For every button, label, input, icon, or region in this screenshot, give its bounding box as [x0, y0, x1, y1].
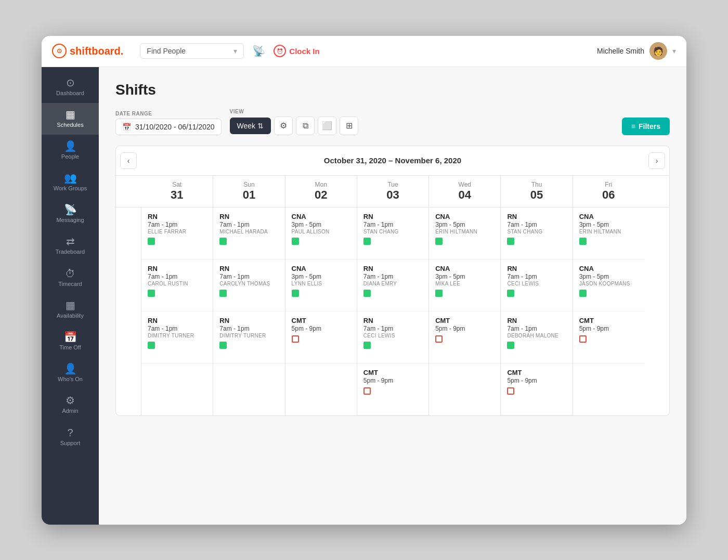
- day-name-fri: Fri: [575, 181, 642, 188]
- sidebar-item-workgroups[interactable]: 👥 Work Groups: [42, 166, 99, 198]
- status-green-icon: [507, 238, 514, 245]
- clock-in-button[interactable]: ⏰ Clock In: [274, 45, 319, 57]
- shift-sun-2[interactable]: RN 7am - 1pm CAROLYN THOMAS: [213, 259, 284, 311]
- find-people-dropdown[interactable]: Find People ▾: [140, 43, 244, 59]
- day-num-thu: 05: [503, 188, 570, 202]
- view-group: VIEW Week ⇅ ⚙ ⧉ ⬜: [230, 109, 359, 135]
- export-icon-button[interactable]: ⊞: [340, 116, 358, 135]
- sidebar-label-tradeboard: Tradeboard: [56, 249, 85, 255]
- content-area: Shifts DATE RANGE 📅 31/10/2020 - 06/11/2…: [99, 67, 686, 525]
- shift-tue-4[interactable]: CMT 5pm - 9pm: [357, 363, 428, 415]
- shift-sun-3[interactable]: RN 7am - 1pm DIMITRY TURNER: [213, 311, 284, 363]
- sidebar-item-timeoff[interactable]: 📅 Time Off: [42, 325, 99, 357]
- people-icon: 👤: [64, 141, 77, 151]
- shift-sat-3[interactable]: RN 7am - 1pm DIMITRY TURNER: [141, 311, 213, 363]
- filters-label: Filters: [639, 122, 660, 131]
- sidebar-item-availability[interactable]: ▦ Availability: [42, 294, 99, 325]
- shift-mon-1[interactable]: CNA 3pm - 5pm PAUL ALLISON: [285, 207, 357, 259]
- shift-tue-3[interactable]: RN 7am - 1pm CECI LEWIS: [357, 311, 428, 363]
- shift-tue-2[interactable]: RN 7am - 1pm DIANA EMRY: [357, 259, 428, 311]
- status-green-icon: [219, 342, 227, 349]
- sidebar-item-messaging[interactable]: 📡 Messaging: [42, 198, 99, 230]
- topbar: ⊙ shiftboard. Find People ▾ 📡 ⏰ Clock In…: [42, 36, 686, 67]
- day-name-mon: Mon: [288, 181, 355, 188]
- shift-fri-3[interactable]: CMT 5pm - 9pm: [573, 311, 644, 363]
- sidebar-label-dashboard: Dashboard: [56, 90, 84, 97]
- settings-icon-button[interactable]: ⚙: [274, 116, 293, 135]
- sidebar-label-people: People: [61, 153, 79, 160]
- logo: ⊙ shiftboard.: [52, 44, 123, 58]
- week-view-button[interactable]: Week ⇅: [230, 118, 271, 134]
- date-range-input[interactable]: 📅 31/10/2020 - 06/11/2020: [115, 119, 222, 135]
- day-name-sat: Sat: [143, 181, 211, 188]
- clock-in-label: Clock In: [289, 47, 319, 56]
- shift-sat-1[interactable]: RN 7am - 1pm ELLIE FARRAR: [141, 207, 213, 259]
- shift-thu-1[interactable]: RN 7am - 1pm STAN CHANG: [501, 207, 572, 259]
- copy-icon-button[interactable]: ⧉: [296, 116, 315, 135]
- tradeboard-icon: ⇄: [66, 236, 75, 246]
- status-green-icon: [579, 290, 587, 297]
- find-people-label: Find People: [147, 47, 186, 55]
- shift-mon-2[interactable]: CNA 3pm - 5pm LYNN ELLIS: [285, 259, 357, 311]
- status-green-icon: [435, 238, 443, 245]
- shift-wed-2[interactable]: CNA 3pm - 5pm MIKA LEE: [429, 259, 500, 311]
- day-name-tue: Tue: [359, 181, 426, 188]
- support-icon: ?: [67, 427, 73, 438]
- status-green-icon: [507, 290, 514, 297]
- next-icon: ›: [656, 157, 658, 165]
- day-name-sun: Sun: [215, 181, 282, 188]
- status-green-icon: [363, 290, 371, 297]
- shift-tue-1[interactable]: RN 7am - 1pm STAN CHANG: [357, 207, 428, 259]
- shift-sun-1[interactable]: RN 7am - 1pm MICHAEL HARADA: [213, 207, 284, 259]
- shift-mon-3[interactable]: CMT 5pm - 9pm: [285, 311, 357, 363]
- col-thu: RN 7am - 1pm STAN CHANG RN 7am - 1pm CEC…: [500, 207, 572, 415]
- shift-thu-3[interactable]: RN 7am - 1pm DEBORAH MALONE: [501, 311, 572, 363]
- sidebar-item-dashboard[interactable]: ⊙ Dashboard: [42, 71, 99, 103]
- col-mon: CNA 3pm - 5pm PAUL ALLISON CNA 3pm - 5pm…: [285, 207, 357, 415]
- next-nav-cell: ›: [644, 146, 669, 175]
- user-menu-chevron[interactable]: ▾: [672, 47, 676, 55]
- status-green-icon: [219, 238, 227, 245]
- shift-wed-3[interactable]: CMT 5pm - 9pm: [429, 311, 500, 363]
- sidebar-item-whoson[interactable]: 👤 Who's On: [42, 357, 99, 389]
- status-green-icon: [435, 290, 443, 297]
- status-red-icon: [507, 387, 514, 395]
- day-header-thu: Thu 05: [500, 176, 572, 207]
- sidebar-label-timecard: Timecard: [58, 281, 82, 288]
- shift-thu-2[interactable]: RN 7am - 1pm CECI LEWIS: [501, 259, 572, 311]
- status-green-icon: [292, 290, 299, 297]
- day-headers-row: Sat 31 Sun 01 Mon 02 Tue: [116, 176, 669, 207]
- sidebar-label-support: Support: [60, 440, 81, 447]
- prev-nav-cell: ‹: [116, 146, 141, 175]
- day-header-fri: Fri 06: [573, 176, 644, 207]
- day-header-wed: Wed 04: [428, 176, 500, 207]
- sidebar-label-availability: Availability: [57, 312, 84, 319]
- clone-icon-button[interactable]: ⬜: [318, 116, 336, 135]
- date-range-group: DATE RANGE 📅 31/10/2020 - 06/11/2020: [115, 111, 222, 135]
- sidebar-item-tradeboard[interactable]: ⇄ Tradeboard: [42, 230, 99, 262]
- timecard-icon: ⏱: [65, 268, 75, 279]
- sidebar-item-timecard[interactable]: ⏱ Timecard: [42, 262, 99, 294]
- day-num-tue: 03: [359, 188, 426, 202]
- prev-week-button[interactable]: ‹: [120, 152, 137, 169]
- sidebar-item-admin[interactable]: ⚙ Admin: [42, 389, 99, 421]
- clone-icon: ⬜: [322, 121, 332, 131]
- sidebar-label-whoson: Who's On: [58, 376, 83, 383]
- shift-thu-4[interactable]: CMT 5pm - 9pm: [501, 363, 572, 415]
- shift-sat-2[interactable]: RN 7am - 1pm CAROL RUSTIN: [141, 259, 213, 311]
- prev-icon: ‹: [127, 157, 130, 165]
- shift-wed-1[interactable]: CNA 3pm - 5pm ERIN HILTMANN: [429, 207, 500, 259]
- sidebar-item-schedules[interactable]: ▦ Schedules: [42, 103, 99, 135]
- sidebar-item-people[interactable]: 👤 People: [42, 135, 99, 166]
- week-arrows: ⇅: [257, 122, 264, 130]
- col-sat: RN 7am - 1pm ELLIE FARRAR RN 7am - 1pm C…: [141, 207, 213, 415]
- shift-fri-2[interactable]: CNA 3pm - 5pm JASON KOOPMANS: [573, 259, 644, 311]
- sidebar-label-admin: Admin: [62, 408, 78, 414]
- next-week-button[interactable]: ›: [648, 152, 665, 169]
- filters-button[interactable]: ≡ Filters: [622, 118, 670, 135]
- col-tue: RN 7am - 1pm STAN CHANG RN 7am - 1pm DIA…: [357, 207, 428, 415]
- day-header-mon: Mon 02: [285, 176, 357, 207]
- shift-fri-1[interactable]: CNA 3pm - 5pm ERIN HILTMANN: [573, 207, 644, 259]
- day-header-sun: Sun 01: [213, 176, 284, 207]
- sidebar-item-support[interactable]: ? Support: [42, 421, 99, 453]
